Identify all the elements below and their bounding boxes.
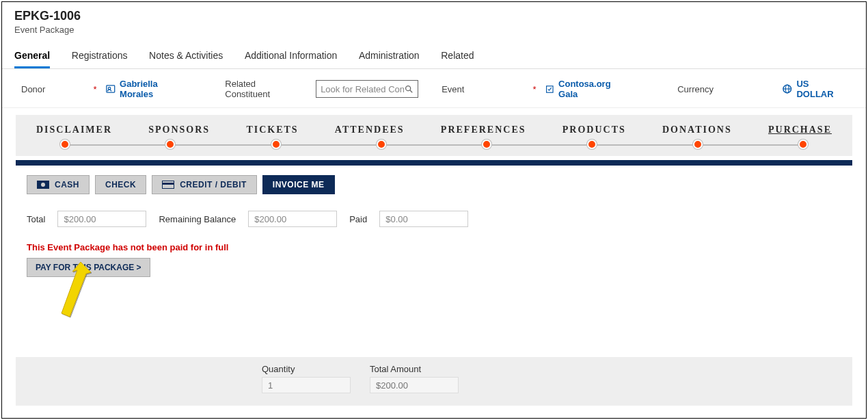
- total-value: $200.00: [57, 211, 146, 227]
- total-amount-label: Total Amount: [370, 364, 459, 374]
- currency-lookup[interactable]: US DOLLAR: [782, 79, 847, 99]
- step-sponsors[interactable]: SPONSORS: [148, 124, 210, 135]
- svg-point-2: [406, 86, 411, 91]
- paid-label: Paid: [349, 214, 367, 224]
- svg-rect-11: [162, 183, 174, 185]
- remaining-label: Remaining Balance: [159, 214, 236, 224]
- payment-warning: This Event Package has not been paid for…: [27, 242, 841, 252]
- payment-method-invoice[interactable]: INVOICE ME: [262, 175, 335, 194]
- required-asterisk: *: [93, 84, 96, 94]
- cash-label: CASH: [55, 180, 79, 189]
- step-dot[interactable]: [798, 140, 808, 149]
- tab-notes[interactable]: Notes & Activities: [149, 44, 223, 68]
- globe-icon: [782, 83, 793, 94]
- svg-line-3: [410, 90, 413, 93]
- event-icon: [545, 85, 554, 94]
- step-dot[interactable]: [165, 140, 175, 149]
- check-label: CHECK: [105, 180, 136, 189]
- step-dot[interactable]: [693, 140, 703, 149]
- record-id: EPKG-1006: [14, 9, 854, 23]
- tabstrip: General Registrations Notes & Activities…: [2, 44, 866, 69]
- quantity-label: Quantity: [262, 364, 351, 374]
- donor-label: Donor: [21, 84, 45, 94]
- currency-value: US DOLLAR: [796, 79, 847, 99]
- entity-type: Event Package: [14, 25, 854, 35]
- donor-lookup[interactable]: Gabriella Morales: [106, 79, 191, 99]
- invoice-label: INVOICE ME: [273, 180, 325, 189]
- event-lookup[interactable]: Contosa.org Gala: [545, 79, 630, 99]
- quantity-value: 1: [262, 377, 351, 393]
- step-products[interactable]: PRODUCTS: [562, 124, 626, 135]
- related-constituent-label: Related Constituent: [225, 79, 301, 99]
- related-constituent-search[interactable]: Look for Related Con: [316, 80, 418, 98]
- donor-value: Gabriella Morales: [120, 79, 191, 99]
- remaining-value: $200.00: [248, 211, 337, 227]
- payment-method-check[interactable]: CHECK: [95, 175, 146, 194]
- card-icon: [162, 181, 174, 189]
- section-divider: [16, 160, 852, 166]
- step-dot[interactable]: [587, 140, 597, 149]
- step-dot[interactable]: [377, 140, 386, 149]
- paid-value: $0.00: [379, 211, 468, 227]
- tab-general[interactable]: General: [14, 44, 50, 68]
- tab-registrations[interactable]: Registrations: [72, 44, 128, 68]
- svg-point-9: [41, 183, 45, 187]
- required-asterisk: *: [532, 84, 536, 94]
- context-form-row: Donor * Gabriella Morales Related Consti…: [2, 69, 866, 108]
- event-value: Contosa.org Gala: [558, 79, 630, 99]
- payment-method-credit[interactable]: CREDIT / DEBIT: [152, 175, 257, 194]
- tab-additional-info[interactable]: Additional Information: [245, 44, 337, 68]
- currency-label: Currency: [677, 84, 714, 94]
- search-icon: [404, 84, 413, 94]
- step-purchase[interactable]: PURCHASE: [768, 124, 832, 135]
- event-label: Event: [442, 84, 464, 94]
- step-preferences[interactable]: PREFERENCES: [441, 124, 526, 135]
- total-label: Total: [27, 214, 45, 224]
- step-tickets[interactable]: TICKETS: [246, 124, 298, 135]
- summary-footer: Quantity 1 Total Amount $200.00: [16, 357, 852, 406]
- step-dot[interactable]: [271, 140, 281, 149]
- cash-icon: [37, 181, 49, 189]
- payment-method-cash[interactable]: CASH: [27, 175, 90, 194]
- credit-label: CREDIT / DEBIT: [180, 180, 247, 189]
- step-donations[interactable]: DONATIONS: [662, 124, 732, 135]
- pay-for-package-button[interactable]: PAY FOR THIS PACKAGE >: [27, 258, 150, 277]
- step-dot[interactable]: [482, 140, 491, 149]
- contact-icon: [106, 84, 116, 94]
- tab-administration[interactable]: Administration: [359, 44, 420, 68]
- search-placeholder: Look for Related Con: [321, 84, 404, 94]
- total-amount-value: $200.00: [370, 377, 459, 393]
- step-attendees[interactable]: ATTENDEES: [335, 124, 405, 135]
- tab-related[interactable]: Related: [441, 44, 474, 68]
- step-disclaimer[interactable]: DISCLAIMER: [36, 124, 112, 135]
- step-dot[interactable]: [60, 140, 70, 149]
